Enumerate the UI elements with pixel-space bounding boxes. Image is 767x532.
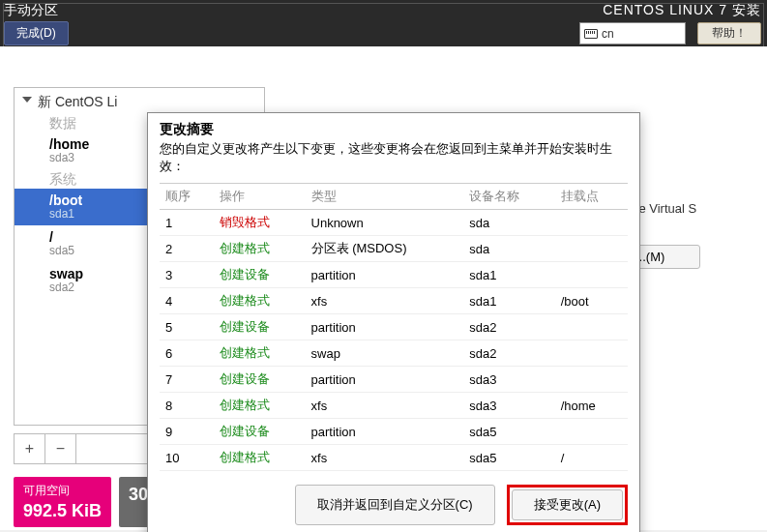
cell-type: partition	[306, 419, 464, 445]
page-title: 手动分区	[4, 2, 579, 19]
cell-order: 2	[160, 236, 214, 262]
table-row[interactable]: 2创建格式分区表 (MSDOS)sda	[160, 236, 628, 262]
cell-order: 8	[160, 393, 214, 419]
cell-mount	[555, 340, 628, 367]
cell-action: 创建设备	[214, 314, 305, 340]
changes-table: 顺序 操作 类型 设备名称 挂载点 1销毁格式Unknownsda2创建格式分区…	[160, 184, 628, 471]
done-button[interactable]: 完成(D)	[4, 21, 69, 45]
table-row[interactable]: 8创建格式xfssda3/home	[160, 393, 628, 419]
cell-type: xfs	[306, 288, 464, 314]
cell-order: 3	[160, 262, 214, 288]
cell-action: 创建格式	[214, 393, 305, 419]
col-action: 操作	[214, 184, 305, 210]
cell-mount	[555, 367, 628, 393]
accept-highlight: 接受更改(A)	[507, 485, 628, 525]
cell-action: 创建设备	[214, 367, 305, 393]
cell-type: partition	[306, 262, 464, 288]
cell-mount	[555, 210, 628, 236]
help-button[interactable]: 帮助！	[697, 22, 761, 44]
cell-mount: /boot	[555, 288, 628, 314]
dialog-title: 更改摘要	[148, 113, 639, 140]
cell-device: sda2	[463, 314, 554, 340]
available-space-chip: 可用空间 992.5 KiB	[14, 477, 111, 527]
remove-partition-button[interactable]: −	[45, 434, 76, 463]
cell-action: 创建格式	[214, 445, 305, 471]
cell-type: partition	[306, 367, 464, 393]
cell-mount: /	[555, 445, 628, 471]
cell-type: partition	[306, 314, 464, 340]
table-row[interactable]: 5创建设备partitionsda2	[160, 314, 628, 340]
add-partition-button[interactable]: +	[15, 434, 45, 463]
cell-device: sda1	[463, 262, 554, 288]
keyboard-layout-selector[interactable]: cn	[579, 22, 686, 44]
cell-order: 7	[160, 367, 214, 393]
cell-type: Unknown	[306, 210, 464, 236]
cell-mount: /home	[555, 393, 628, 419]
main-area: 新 CentOS Li 数据 /homesda3 系统 /bootsda1/sd…	[0, 46, 767, 530]
cell-order: 10	[160, 445, 214, 471]
cell-type: xfs	[306, 445, 464, 471]
cell-device: sda2	[463, 340, 554, 367]
cell-type: xfs	[306, 393, 464, 419]
cell-device: sda5	[463, 445, 554, 471]
cell-order: 6	[160, 340, 214, 367]
cell-action: 创建格式	[214, 340, 305, 367]
cell-device: sda5	[463, 419, 554, 445]
topbar: 手动分区 完成(D) CENTOS LINUX 7 安装 cn 帮助！	[0, 0, 767, 46]
cell-device: sda3	[463, 393, 554, 419]
cell-device: sda	[463, 236, 554, 262]
cell-order: 1	[160, 210, 214, 236]
available-space-value: 992.5 KiB	[23, 501, 102, 521]
cell-mount	[555, 236, 628, 262]
cancel-button[interactable]: 取消并返回到自定义分区(C)	[295, 485, 495, 525]
cell-order: 9	[160, 419, 214, 445]
table-row[interactable]: 3创建设备partitionsda1	[160, 262, 628, 288]
col-order: 顺序	[160, 184, 214, 210]
cell-mount	[555, 419, 628, 445]
table-row[interactable]: 7创建设备partitionsda3	[160, 367, 628, 393]
keyboard-icon	[584, 29, 598, 39]
table-row[interactable]: 1销毁格式Unknownsda	[160, 210, 628, 236]
accept-changes-button[interactable]: 接受更改(A)	[512, 489, 623, 520]
table-row[interactable]: 4创建格式xfssda1/boot	[160, 288, 628, 314]
cell-type: 分区表 (MSDOS)	[306, 236, 464, 262]
dialog-subtitle: 您的自定义更改将产生以下变更，这些变更将会在您返回到主菜单并开始安装时生效：	[148, 140, 639, 183]
cell-device: sda1	[463, 288, 554, 314]
available-space-label: 可用空间	[23, 484, 70, 497]
installer-title: CENTOS LINUX 7 安装	[579, 2, 761, 19]
cell-type: swap	[306, 340, 464, 367]
cell-action: 创建格式	[214, 236, 305, 262]
cell-action: 销毁格式	[214, 210, 305, 236]
cell-mount	[555, 262, 628, 288]
cell-device: sda	[463, 210, 554, 236]
cell-order: 4	[160, 288, 214, 314]
cell-action: 创建设备	[214, 419, 305, 445]
cell-action: 创建格式	[214, 288, 305, 314]
tree-root-label[interactable]: 新 CentOS Li	[15, 92, 264, 113]
cell-mount	[555, 314, 628, 340]
cell-order: 5	[160, 314, 214, 340]
table-row[interactable]: 10创建格式xfssda5/	[160, 445, 628, 471]
col-mount: 挂载点	[555, 184, 628, 210]
summary-dialog: 更改摘要 您的自定义更改将产生以下变更，这些变更将会在您返回到主菜单并开始安装时…	[147, 112, 640, 532]
col-type: 类型	[306, 184, 464, 210]
col-device: 设备名称	[463, 184, 554, 210]
keyboard-layout-label: cn	[602, 27, 614, 41]
table-row[interactable]: 6创建格式swapsda2	[160, 340, 628, 367]
cell-device: sda3	[463, 367, 554, 393]
cell-action: 创建设备	[214, 262, 305, 288]
table-row[interactable]: 9创建设备partitionsda5	[160, 419, 628, 445]
